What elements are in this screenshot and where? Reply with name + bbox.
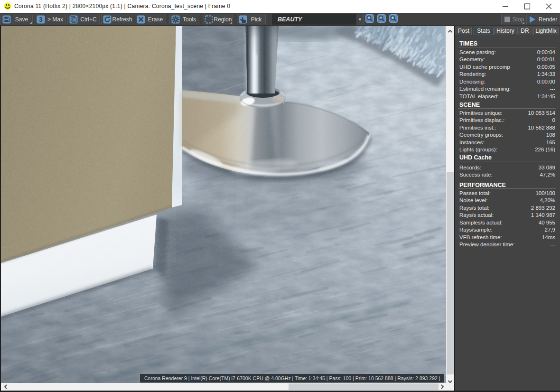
svg-text:3: 3 bbox=[39, 16, 43, 23]
